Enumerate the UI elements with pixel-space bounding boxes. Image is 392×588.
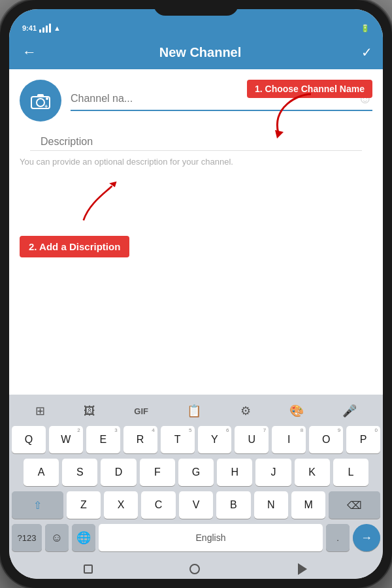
svg-point-3: [46, 97, 48, 100]
key-Q[interactable]: Q: [12, 426, 46, 453]
description-hint: You can provide an optional description …: [9, 151, 383, 173]
key-backspace[interactable]: ⌫: [329, 491, 380, 519]
page-title: New Channel: [47, 45, 353, 60]
keyboard-tool-sticker[interactable]: 🖼: [80, 403, 99, 419]
key-L[interactable]: L: [333, 459, 368, 486]
wifi-icon: ▲: [54, 24, 61, 32]
keyboard: ⊞ 🖼 GIF 📋 ⚙ 🎨 🎤 Q W2 E3 R4 T5 Y6 U7: [9, 395, 383, 559]
bottom-nav-bar: [9, 559, 383, 579]
key-M[interactable]: M: [291, 491, 325, 519]
key-D[interactable]: D: [101, 459, 136, 486]
key-E[interactable]: E3: [86, 426, 120, 453]
keyboard-tool-settings[interactable]: ⚙: [237, 402, 255, 419]
key-period[interactable]: .: [326, 524, 350, 551]
key-row-3: ⇧ Z X C V B N M ⌫: [12, 491, 380, 519]
nav-home-icon[interactable]: [189, 564, 200, 574]
status-time: 9:41: [22, 24, 37, 32]
arrow-1: [259, 88, 318, 140]
keyboard-tool-grid[interactable]: ⊞: [31, 402, 49, 419]
key-numbers[interactable]: ?123: [12, 524, 42, 551]
header: ← New Channel ✓: [9, 35, 383, 69]
key-K[interactable]: K: [295, 459, 330, 486]
svg-rect-2: [37, 94, 44, 97]
svg-point-1: [37, 99, 44, 106]
channel-name-row: + ☺: [9, 69, 383, 127]
key-row-1: Q W2 E3 R4 T5 Y6 U7 I8 O9 P0: [12, 426, 380, 453]
key-F[interactable]: F: [140, 459, 175, 486]
key-N[interactable]: N: [254, 491, 288, 519]
key-R[interactable]: R4: [123, 426, 157, 453]
key-U[interactable]: U7: [235, 426, 269, 453]
signal-bars: [39, 24, 51, 33]
avatar-upload-button[interactable]: +: [20, 80, 61, 122]
keyboard-tool-gif[interactable]: GIF: [130, 405, 152, 417]
annotation-2-label: 2. Add a Discription: [20, 236, 129, 257]
arrow-2: [74, 180, 127, 226]
confirm-button[interactable]: ✓: [361, 44, 372, 60]
back-button[interactable]: ←: [20, 41, 39, 63]
key-I[interactable]: I8: [272, 426, 306, 453]
keyboard-tool-clipboard[interactable]: 📋: [183, 402, 205, 419]
svg-marker-5: [275, 130, 284, 139]
key-V[interactable]: V: [179, 491, 213, 519]
key-Y[interactable]: Y6: [198, 426, 232, 453]
key-S[interactable]: S: [62, 459, 97, 486]
svg-marker-6: [109, 182, 116, 188]
phone-screen: 9:41 ▲ 🔋 ← New Channel ✓: [9, 9, 383, 579]
key-globe[interactable]: 🌐: [72, 524, 95, 551]
key-W[interactable]: W2: [49, 426, 83, 453]
keyboard-tool-theme[interactable]: 🎨: [286, 402, 308, 419]
key-shift[interactable]: ⇧: [12, 491, 63, 519]
key-A[interactable]: A: [24, 459, 59, 486]
content-area: + ☺ You can provide an optional descript…: [9, 69, 383, 395]
nav-back-icon[interactable]: [298, 563, 307, 575]
key-O[interactable]: O9: [309, 426, 343, 453]
key-B[interactable]: B: [216, 491, 250, 519]
key-send[interactable]: →: [353, 524, 380, 551]
key-space[interactable]: English: [99, 524, 323, 551]
key-X[interactable]: X: [104, 491, 138, 519]
key-T[interactable]: T5: [161, 426, 195, 453]
status-left: 9:41 ▲: [22, 24, 61, 33]
status-right: 🔋: [361, 24, 370, 33]
key-emoji[interactable]: ☺: [45, 524, 69, 551]
key-row-4: ?123 ☺ 🌐 English . →: [12, 524, 380, 551]
key-G[interactable]: G: [178, 459, 214, 486]
description-section: [9, 127, 383, 151]
key-row-2: A S D F G H J K L: [12, 459, 380, 486]
notch: [154, 0, 238, 16]
keyboard-rows: Q W2 E3 R4 T5 Y6 U7 I8 O9 P0 A S D F: [9, 426, 383, 551]
keyboard-tool-mic[interactable]: 🎤: [338, 402, 361, 419]
key-P[interactable]: P0: [346, 426, 380, 453]
key-Z[interactable]: Z: [67, 491, 101, 519]
svg-text:+: +: [44, 103, 48, 110]
key-C[interactable]: C: [141, 491, 175, 519]
phone-frame: 9:41 ▲ 🔋 ← New Channel ✓: [0, 0, 392, 588]
battery-icon: 🔋: [361, 24, 370, 33]
nav-recent-icon[interactable]: [84, 564, 93, 574]
camera-icon: +: [30, 91, 51, 110]
keyboard-toolbar: ⊞ 🖼 GIF 📋 ⚙ 🎨 🎤: [9, 399, 383, 423]
key-J[interactable]: J: [255, 459, 291, 486]
key-H[interactable]: H: [217, 459, 252, 486]
